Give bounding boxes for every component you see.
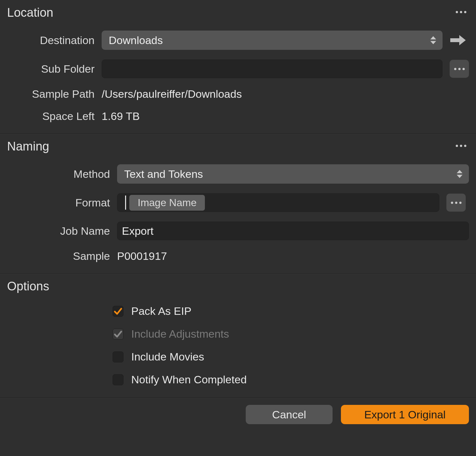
option-include-adjustments: Include Adjustments: [113, 328, 469, 340]
subfolder-input[interactable]: [102, 59, 443, 78]
naming-title: Naming: [7, 140, 469, 153]
naming-more-icon[interactable]: [453, 141, 468, 150]
pack-as-eip-label: Pack As EIP: [131, 305, 191, 317]
destination-label: Destination: [7, 34, 95, 47]
options-section: Options Pack As EIP Include Adjustments …: [0, 273, 476, 397]
location-more-icon[interactable]: [453, 7, 468, 17]
samplepath-value: /Users/paulreiffer/Downloads: [102, 88, 443, 100]
ellipsis-icon: [454, 68, 465, 70]
naming-sample-value: P0001917: [117, 250, 439, 262]
notify-when-completed-label: Notify When Completed: [131, 373, 247, 386]
text-cursor-icon: [125, 196, 126, 210]
chevron-updown-icon: [457, 170, 462, 178]
spaceleft-value: 1.69 TB: [102, 110, 443, 123]
include-movies-label: Include Movies: [131, 351, 204, 363]
chevron-updown-icon: [430, 36, 436, 44]
option-pack-as-eip: Pack As EIP: [113, 305, 469, 317]
naming-section: Naming Method Text and Tokens Format Ima…: [0, 133, 476, 273]
method-label: Method: [7, 168, 110, 180]
option-notify-when-completed: Notify When Completed: [113, 373, 469, 386]
options-body: Pack As EIP Include Adjustments Include …: [7, 304, 469, 386]
method-value: Text and Tokens: [124, 168, 203, 180]
destination-select[interactable]: Downloads: [102, 31, 443, 50]
location-title: Location: [7, 6, 469, 20]
ellipsis-icon: [451, 202, 462, 204]
method-select[interactable]: Text and Tokens: [117, 164, 469, 184]
naming-sample-label: Sample: [7, 250, 110, 262]
format-label: Format: [7, 196, 110, 209]
samplepath-label: Sample Path: [7, 88, 95, 100]
include-adjustments-checkbox: [113, 329, 124, 340]
subfolder-browse-button[interactable]: [450, 60, 469, 78]
jobname-input[interactable]: Export: [117, 222, 469, 240]
export-button[interactable]: Export 1 Original: [341, 405, 469, 424]
location-section: Location Destination Downloads Sub Folde…: [0, 0, 476, 133]
include-movies-checkbox[interactable]: [113, 351, 124, 362]
format-token-image-name[interactable]: Image Name: [129, 195, 205, 211]
destination-value: Downloads: [109, 34, 163, 47]
format-input[interactable]: Image Name: [117, 193, 439, 212]
option-include-movies: Include Movies: [113, 351, 469, 363]
jobname-label: Job Name: [7, 225, 110, 237]
spaceleft-label: Space Left: [7, 110, 95, 123]
jobname-value: Export: [122, 225, 153, 237]
cancel-button[interactable]: Cancel: [246, 405, 333, 424]
dialog-footer: Cancel Export 1 Original: [0, 397, 476, 424]
options-title: Options: [7, 279, 469, 293]
include-adjustments-label: Include Adjustments: [131, 328, 229, 340]
subfolder-label: Sub Folder: [7, 63, 95, 75]
notify-when-completed-checkbox[interactable]: [113, 374, 124, 385]
format-tokens-button[interactable]: [446, 194, 466, 212]
pack-as-eip-checkbox[interactable]: [113, 306, 124, 317]
go-to-destination-arrow-icon[interactable]: [450, 34, 469, 46]
